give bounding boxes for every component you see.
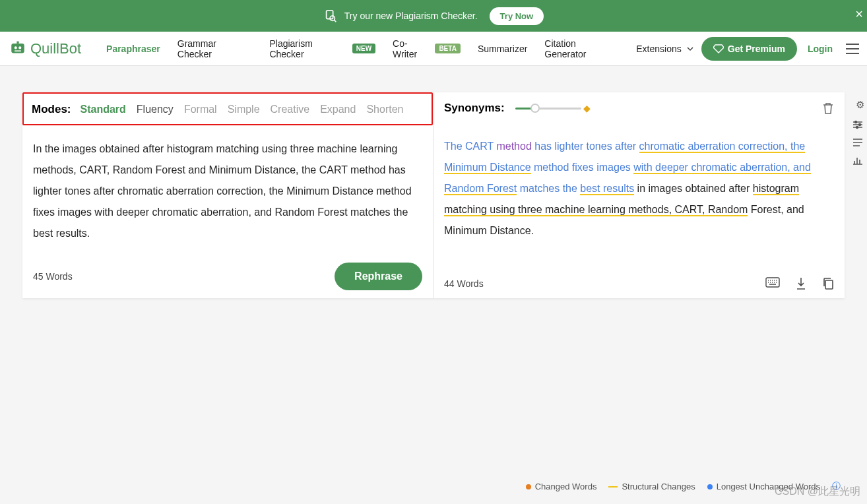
- keyboard-icon[interactable]: [765, 277, 780, 290]
- synonyms-label: Synonyms:: [444, 102, 505, 115]
- trash-icon[interactable]: [822, 102, 834, 115]
- synonyms-bar: Synonyms: ◆: [434, 92, 845, 123]
- nav-citation-generator[interactable]: Citation Generator: [536, 36, 627, 62]
- download-icon[interactable]: [796, 277, 806, 290]
- list-icon[interactable]: [852, 139, 867, 146]
- nav-label: Extensions: [636, 44, 681, 54]
- mode-creative[interactable]: Creative: [271, 104, 310, 115]
- output-bottom-bar: 44 Words: [434, 269, 845, 298]
- mode-shorten[interactable]: Shorten: [366, 104, 403, 115]
- svg-point-9: [855, 121, 857, 123]
- copy-icon[interactable]: [822, 277, 834, 290]
- diamond-icon: ◆: [583, 103, 591, 113]
- output-text[interactable]: The CART method has lighter tones after …: [434, 123, 845, 269]
- nav-co-writer[interactable]: Co-Writer BETA: [385, 36, 468, 62]
- try-now-button[interactable]: Try Now: [490, 7, 544, 25]
- slider-thumb[interactable]: [530, 104, 540, 113]
- logo[interactable]: QuillBot: [9, 40, 81, 57]
- nav-label: Co-Writer: [393, 38, 431, 59]
- mode-standard[interactable]: Standard: [80, 104, 126, 115]
- side-tools: ⚙: [852, 99, 867, 165]
- get-premium-button[interactable]: Get Premium: [701, 37, 797, 61]
- mode-expand[interactable]: Expand: [320, 104, 356, 115]
- nav-plagiarism-checker[interactable]: Plagiarism Checker NEW: [261, 36, 383, 62]
- rephrase-button[interactable]: Rephrase: [335, 263, 422, 290]
- banner-text: Try our new Plagiarism Checker.: [344, 11, 478, 21]
- svg-rect-2: [11, 43, 24, 53]
- svg-rect-5: [15, 50, 21, 51]
- nav-label: Plagiarism Checker: [269, 38, 348, 59]
- input-pane: Modes: Standard Fluency Formal Simple Cr…: [22, 92, 434, 298]
- nav-paraphraser[interactable]: Paraphraser: [98, 41, 168, 57]
- nav-extensions[interactable]: Extensions: [628, 41, 701, 57]
- beta-badge: BETA: [435, 44, 460, 53]
- new-badge: NEW: [352, 44, 375, 53]
- legend-structural: Structural Changes: [608, 482, 695, 491]
- gear-icon[interactable]: ⚙: [852, 99, 867, 111]
- close-icon[interactable]: ×: [855, 7, 863, 22]
- stats-icon[interactable]: [852, 156, 867, 165]
- modes-label: Modes:: [32, 103, 71, 116]
- modes-bar: Modes: Standard Fluency Formal Simple Cr…: [22, 92, 433, 125]
- synonyms-slider[interactable]: ◆: [515, 108, 581, 110]
- mode-simple[interactable]: Simple: [228, 104, 260, 115]
- logo-text: QuillBot: [30, 40, 81, 57]
- main-nav: QuillBot Paraphraser Grammar Checker Pla…: [0, 32, 867, 66]
- svg-rect-8: [825, 280, 833, 289]
- output-actions: [765, 277, 834, 290]
- mode-formal[interactable]: Formal: [184, 104, 217, 115]
- svg-point-4: [18, 46, 21, 49]
- tune-icon[interactable]: [852, 120, 867, 129]
- logo-icon: [9, 40, 26, 57]
- watermark: CSDN @此星光明: [775, 485, 860, 499]
- login-link[interactable]: Login: [808, 44, 833, 54]
- premium-label: Get Premium: [728, 44, 785, 54]
- input-word-count: 45 Words: [33, 271, 73, 282]
- input-text[interactable]: In the images obtained after histogram m…: [22, 125, 433, 255]
- svg-point-10: [859, 124, 861, 126]
- editor-area: Modes: Standard Fluency Formal Simple Cr…: [22, 92, 845, 298]
- nav-grammar-checker[interactable]: Grammar Checker: [170, 36, 261, 62]
- plagiarism-icon: [323, 9, 338, 23]
- svg-rect-6: [16, 41, 18, 43]
- output-pane: Synonyms: ◆ The CART method has lighter …: [434, 92, 845, 298]
- legend-changed: Changed Words: [526, 482, 597, 491]
- chevron-down-icon: [687, 46, 693, 52]
- input-bottom-bar: 45 Words Rephrase: [22, 255, 433, 298]
- svg-point-11: [856, 127, 858, 129]
- diamond-icon: [713, 44, 724, 53]
- mode-fluency[interactable]: Fluency: [137, 104, 174, 115]
- nav-summarizer[interactable]: Summarizer: [470, 41, 535, 57]
- output-word-count: 44 Words: [444, 278, 484, 289]
- menu-icon[interactable]: [843, 41, 862, 57]
- nav-links: Paraphraser Grammar Checker Plagiarism C…: [98, 36, 701, 62]
- svg-point-3: [15, 46, 17, 49]
- promo-banner: Try our new Plagiarism Checker. Try Now …: [0, 0, 867, 32]
